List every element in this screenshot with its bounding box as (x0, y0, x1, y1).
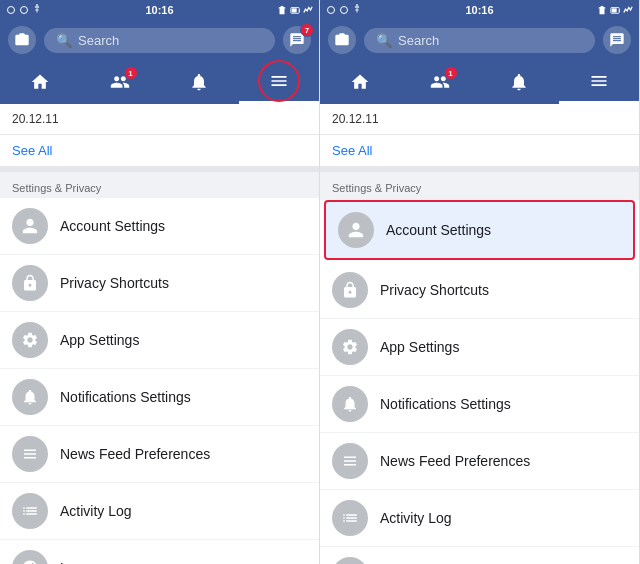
menu-item-label: App Settings (60, 332, 139, 348)
menu-item-account-settings[interactable]: Account Settings (324, 200, 635, 260)
messenger-button[interactable] (603, 26, 631, 54)
messenger-button[interactable]: 7 (283, 26, 311, 54)
nav-tab-notifications[interactable] (160, 60, 240, 104)
camera-button[interactable] (328, 26, 356, 54)
menu-item-language[interactable]: Language (0, 540, 319, 564)
menu-item-privacy-shortcuts[interactable]: Privacy Shortcuts (320, 262, 639, 319)
menu-item-label: Activity Log (380, 510, 452, 526)
menu-item-icon-lock (12, 265, 48, 301)
menu-item-label: Activity Log (60, 503, 132, 519)
status-time: 10:16 (465, 4, 493, 16)
menu-item-icon-account (12, 208, 48, 244)
menu-item-label: Privacy Shortcuts (60, 275, 169, 291)
menu-item-icon-gear (332, 329, 368, 365)
menu-item-icon-list (12, 493, 48, 529)
menu-item-label: News Feed Preferences (380, 453, 530, 469)
svg-rect-4 (299, 10, 300, 13)
content-area: 20.12.11See AllSettings & Privacy Accoun… (0, 104, 319, 564)
nav-tab-friends[interactable]: 1 (400, 60, 480, 104)
search-mag-icon: 🔍 (376, 33, 392, 48)
menu-item-icon-feed (332, 443, 368, 479)
nav-tab-menu[interactable] (239, 60, 319, 104)
nav-tabs: 1 (320, 60, 639, 104)
menu-item-label: Account Settings (386, 222, 491, 238)
menu-item-icon-feed (12, 436, 48, 472)
search-input[interactable]: 🔍 Search (364, 28, 595, 53)
nav-tab-menu[interactable] (559, 60, 639, 104)
menu-item-label: News Feed Preferences (60, 446, 210, 462)
nav-tab-home[interactable] (320, 60, 400, 104)
status-bar: 10:16 (0, 0, 319, 20)
svg-point-0 (8, 7, 15, 14)
svg-rect-3 (292, 8, 297, 12)
status-bar: 10:16 (320, 0, 639, 20)
menu-item-notifications-settings[interactable]: Notifications Settings (320, 376, 639, 433)
menu-item-label: App Settings (380, 339, 459, 355)
section-header: Settings & Privacy (0, 172, 319, 198)
camera-button[interactable] (8, 26, 36, 54)
svg-rect-8 (612, 8, 617, 12)
search-placeholder: Search (398, 33, 439, 48)
nav-badge: 1 (124, 66, 138, 80)
menu-item-news-feed-preferences[interactable]: News Feed Preferences (0, 426, 319, 483)
menu-item-label: Notifications Settings (380, 396, 511, 412)
nav-tab-home[interactable] (0, 60, 80, 104)
panel-right: 10:16 🔍 Search 120.12.11See AllSettings … (320, 0, 640, 564)
status-bar-right (277, 5, 313, 15)
svg-point-6 (341, 7, 348, 14)
svg-rect-9 (619, 10, 620, 13)
status-bar-left (326, 4, 362, 16)
menu-items-list: Account Settings Privacy Shortcuts App S… (320, 200, 639, 564)
menu-item-icon-list (332, 500, 368, 536)
nav-tabs: 1 (0, 60, 319, 104)
content-area: 20.12.11See AllSettings & Privacy Accoun… (320, 104, 639, 564)
menu-item-label: Language (60, 560, 122, 564)
menu-item-label: Account Settings (60, 218, 165, 234)
menu-item-notifications-settings[interactable]: Notifications Settings (0, 369, 319, 426)
date-row: 20.12.11 (320, 104, 639, 135)
menu-item-language[interactable]: Language (320, 547, 639, 564)
menu-item-activity-log[interactable]: Activity Log (0, 483, 319, 540)
svg-point-5 (328, 7, 335, 14)
see-all-link[interactable]: See All (320, 135, 639, 172)
section-header: Settings & Privacy (320, 172, 639, 198)
messenger-badge: 7 (300, 23, 314, 37)
menu-item-icon-account (338, 212, 374, 248)
date-row: 20.12.11 (0, 104, 319, 135)
menu-item-privacy-shortcuts[interactable]: Privacy Shortcuts (0, 255, 319, 312)
search-placeholder: Search (78, 33, 119, 48)
nav-badge: 1 (444, 66, 458, 80)
search-mag-icon: 🔍 (56, 33, 72, 48)
nav-tab-notifications[interactable] (480, 60, 560, 104)
menu-item-icon-globe (332, 557, 368, 564)
menu-item-icon-bell2 (332, 386, 368, 422)
menu-item-app-settings[interactable]: App Settings (320, 319, 639, 376)
menu-item-label: Privacy Shortcuts (380, 282, 489, 298)
status-time: 10:16 (145, 4, 173, 16)
menu-item-label: Notifications Settings (60, 389, 191, 405)
svg-point-1 (21, 7, 28, 14)
search-bar: 🔍 Search 7 (0, 20, 319, 60)
search-input[interactable]: 🔍 Search (44, 28, 275, 53)
menu-item-icon-globe (12, 550, 48, 564)
panel-left: 10:16 🔍 Search 7 120.12.11See AllSetting… (0, 0, 320, 564)
menu-item-account-settings[interactable]: Account Settings (0, 198, 319, 255)
menu-item-app-settings[interactable]: App Settings (0, 312, 319, 369)
search-bar: 🔍 Search (320, 20, 639, 60)
menu-item-news-feed-preferences[interactable]: News Feed Preferences (320, 433, 639, 490)
status-bar-right (597, 5, 633, 15)
status-bar-left (6, 4, 42, 16)
see-all-link[interactable]: See All (0, 135, 319, 172)
nav-tab-friends[interactable]: 1 (80, 60, 160, 104)
menu-item-icon-lock (332, 272, 368, 308)
menu-item-icon-bell2 (12, 379, 48, 415)
menu-item-icon-gear (12, 322, 48, 358)
menu-item-activity-log[interactable]: Activity Log (320, 490, 639, 547)
menu-items-list: Account Settings Privacy Shortcuts App S… (0, 198, 319, 564)
